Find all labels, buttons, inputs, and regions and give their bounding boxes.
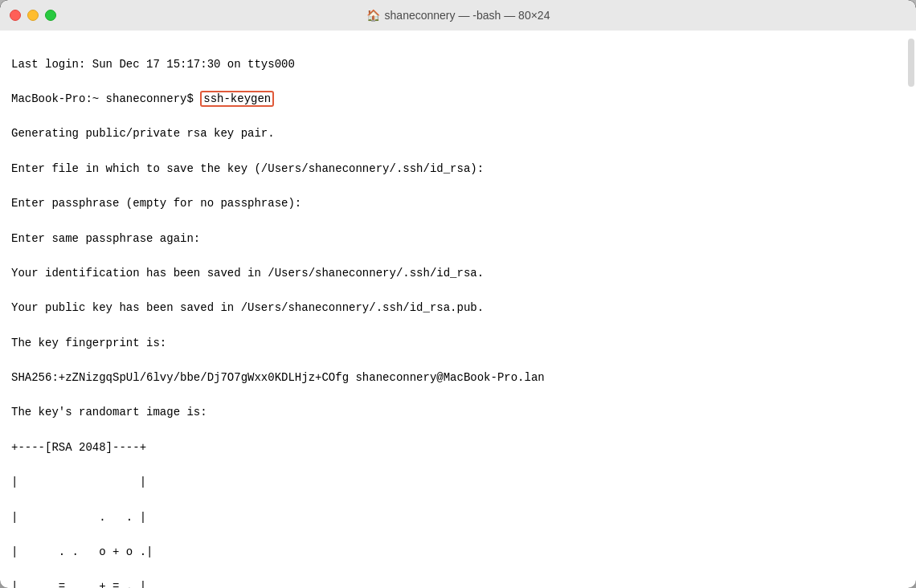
terminal-body[interactable]: Last login: Sun Dec 17 15:17:30 on ttys0…: [0, 31, 916, 588]
line-8: Your public key has been saved in /Users…: [11, 300, 905, 317]
line-13: | |: [11, 474, 905, 492]
terminal-content: Last login: Sun Dec 17 15:17:30 on ttys0…: [11, 39, 905, 588]
line-11: The key's randomart image is:: [11, 404, 905, 422]
close-button[interactable]: [10, 10, 21, 21]
line-15: | . . o + o .|: [11, 544, 905, 561]
line-9: The key fingerprint is:: [11, 335, 905, 353]
line-2: MacBook-Pro:~ shaneconnery$ ssh-keygen: [11, 91, 905, 108]
line-12: +----[RSA 2048]----+: [11, 439, 905, 457]
line-5: Enter passphrase (empty for no passphras…: [11, 195, 905, 213]
line-16: | = + = . |: [11, 578, 905, 588]
line-3: Generating public/private rsa key pair.: [11, 125, 905, 143]
minimize-button[interactable]: [27, 10, 39, 21]
command-highlight: ssh-keygen: [200, 91, 274, 107]
line-4: Enter file in which to save the key (/Us…: [11, 161, 905, 178]
line-7: Your identification has been saved in /U…: [11, 265, 905, 283]
maximize-button[interactable]: [45, 10, 56, 21]
prompt-prefix: MacBook-Pro:~ shaneconnery$: [11, 92, 200, 105]
titlebar: 🏠 shaneconnery — -bash — 80×24: [0, 0, 916, 31]
line-1: Last login: Sun Dec 17 15:17:30 on ttys0…: [11, 56, 905, 74]
terminal-window: 🏠 shaneconnery — -bash — 80×24 Last logi…: [0, 0, 916, 588]
window-title: 🏠 shaneconnery — -bash — 80×24: [366, 9, 550, 22]
scrollbar[interactable]: [908, 39, 914, 87]
line-10: SHA256:+zZNizgqSpUl/6lvy/bbe/Dj7O7gWxx0K…: [11, 370, 905, 387]
home-icon: 🏠: [366, 9, 380, 22]
line-14: | . . |: [11, 509, 905, 527]
traffic-lights: [10, 10, 56, 21]
line-6: Enter same passphrase again:: [11, 231, 905, 248]
